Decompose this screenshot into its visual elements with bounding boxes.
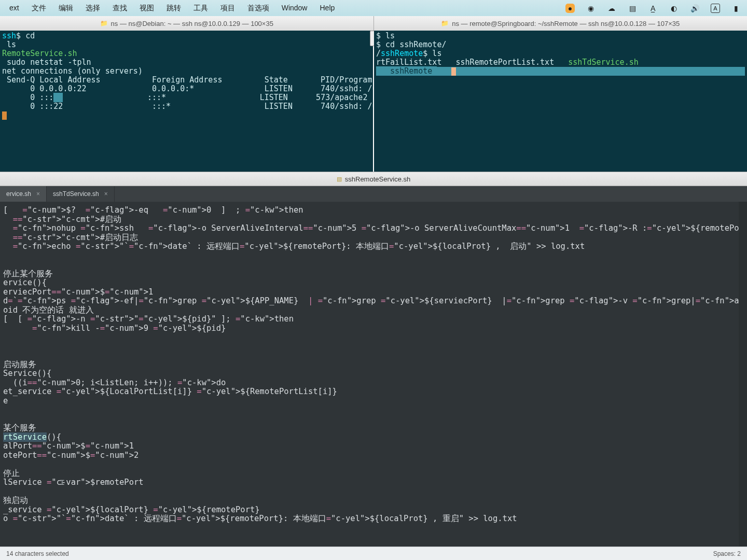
editor-tab-label: sshTdService.sh — [53, 190, 99, 198]
editor-window-title: sshRemoteService.sh — [345, 175, 410, 183]
status-selection: 14 characters selected — [6, 550, 69, 557]
editor-tab-label: ervice.sh — [6, 190, 31, 198]
status-spaces[interactable]: Spaces: 2 — [713, 550, 741, 557]
menu-item[interactable]: 跳转 — [160, 2, 187, 15]
close-icon[interactable]: × — [104, 190, 108, 198]
terminal-pane-right[interactable]: $ ls$ cd sshRemote//sshRemote$ lsrtFailL… — [374, 31, 747, 172]
input-method-icon[interactable]: A̲ — [648, 4, 658, 13]
wechat-icon[interactable]: ☁ — [607, 4, 616, 13]
editor-tabbar: ervice.sh × sshTdService.sh × — [0, 186, 747, 202]
terminal-tab-title: ns — remote@Springboard: ~/sshRemote — s… — [452, 20, 680, 27]
close-icon[interactable]: × — [36, 190, 40, 198]
record-icon[interactable]: ◉ — [586, 4, 596, 13]
volume-icon[interactable]: 🔊 — [690, 4, 699, 13]
statusbar: 14 characters selected Spaces: 2 — [0, 547, 747, 560]
translate-icon[interactable]: ▤ — [628, 4, 637, 13]
keyboard-icon[interactable]: A — [711, 4, 720, 13]
menu-item[interactable]: Window — [275, 2, 314, 15]
folder-icon: 📁 — [100, 20, 108, 27]
menu-item[interactable]: Help — [313, 2, 341, 15]
menu-item[interactable]: 项目 — [214, 2, 241, 15]
terminal-tabbar: 📁 ns — ns@Debian: ~ — ssh ns@10.0.0.129 … — [0, 16, 747, 31]
menu-item[interactable]: 编辑 — [52, 2, 79, 15]
battery-icon[interactable]: ▮ — [731, 4, 741, 13]
editor-tab[interactable]: ervice.sh × — [0, 186, 47, 202]
menu-item[interactable]: 选择 — [79, 2, 106, 15]
menu-item[interactable]: 工具 — [187, 2, 214, 15]
menu-item[interactable]: 文件 — [25, 2, 52, 15]
menu-item[interactable]: 首选项 — [241, 2, 275, 15]
clock-icon[interactable]: ◐ — [669, 4, 679, 13]
mic-icon[interactable]: ● — [565, 4, 575, 13]
menubar: ext 文件 编辑 选择 查找 视图 跳转 工具 项目 首选项 Window H… — [0, 0, 747, 16]
menu-item[interactable]: ext — [3, 2, 25, 15]
menu-item[interactable]: 查找 — [106, 2, 133, 15]
terminal-pane-left[interactable]: ssh$ cd lsRemoteService.sh sudo netstat … — [0, 31, 373, 172]
menubar-tray: ● ◉ ☁ ▤ A̲ ◐ 🔊 A ▮ — [565, 4, 744, 13]
terminal-tab[interactable]: 📁 ns — remote@Springboard: ~/sshRemote —… — [374, 16, 748, 31]
terminal-tab[interactable]: 📁 ns — ns@Debian: ~ — ssh ns@10.0.0.129 … — [0, 16, 374, 31]
terminal-tab-title: ns — ns@Debian: ~ — ssh ns@10.0.0.129 — … — [111, 20, 273, 27]
menu-item[interactable]: 视图 — [133, 2, 160, 15]
menubar-left: ext 文件 编辑 选择 查找 视图 跳转 工具 项目 首选项 Window H… — [3, 2, 341, 15]
editor-tab[interactable]: sshTdService.sh × — [47, 186, 115, 202]
editor-body[interactable]: [ ="c-num">$? ="c-flag">-eq ="c-num">0 ]… — [0, 202, 747, 547]
terminal-panes: ssh$ cd lsRemoteService.sh sudo netstat … — [0, 31, 747, 172]
editor-titlebar: ▧ sshRemoteService.sh — [0, 172, 747, 186]
scrollbar[interactable] — [739, 202, 747, 547]
folder-icon: 📁 — [441, 20, 449, 27]
document-icon: ▧ — [337, 176, 342, 183]
